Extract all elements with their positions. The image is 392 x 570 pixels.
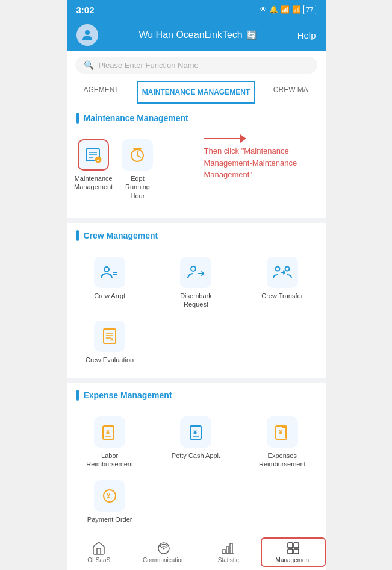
refresh-icon[interactable]: 🔄 (246, 30, 257, 40)
svg-rect-41 (230, 543, 232, 553)
crew-section-bar (76, 230, 79, 241)
olsaas-icon (92, 541, 106, 556)
maintenance-management-label: MaintenanceManagement (74, 174, 113, 192)
expense-section-header: Expense Management (67, 383, 326, 406)
svg-rect-23 (104, 329, 116, 343)
svg-point-14 (191, 266, 196, 271)
crew-section-header: Crew Management (67, 223, 326, 246)
petty-cash-label: Petty Cash Appl. (172, 451, 220, 460)
svg-text:¥: ¥ (106, 428, 110, 436)
crew-transfer-icon-box (267, 257, 298, 288)
petty-cash-icon-box: ¥ (180, 416, 211, 448)
svg-line-9 (137, 155, 140, 157)
olsaas-label: OLSaaS (87, 557, 110, 563)
tab-crew[interactable]: CREW MA (256, 80, 325, 105)
svg-text:¥: ¥ (107, 492, 111, 500)
svg-point-38 (163, 548, 164, 550)
expenses-reimbursement-icon-box: ¥ (267, 416, 298, 448)
crew-arrgt-label: Crew Arrgt (94, 292, 125, 300)
svg-point-11 (104, 267, 109, 272)
arrow-line (204, 138, 240, 139)
disembark-request-icon-box (180, 257, 211, 288)
avatar[interactable] (76, 24, 98, 46)
eqpt-running-hour-icon-box (122, 139, 153, 171)
svg-text:¥: ¥ (193, 428, 198, 436)
crew-evaluation-item[interactable]: Crew Evaluation (67, 315, 153, 370)
maintenance-section-header: Maintenance Management (67, 105, 326, 128)
svg-text:¥: ¥ (279, 428, 283, 436)
bottom-nav: OLSaaS Communication (67, 534, 326, 570)
divider-2 (67, 378, 326, 383)
management-label: Management (276, 557, 311, 563)
svg-rect-44 (294, 543, 299, 548)
crew-transfer-item[interactable]: Crew Transfer (239, 251, 325, 315)
disembark-request-label: DisembarkRequest (180, 292, 212, 309)
nav-statistic[interactable]: Statistic (196, 537, 261, 567)
nav-communication[interactable]: Communication (131, 537, 196, 567)
eqpt-running-hour-item[interactable]: Eqpt RunningHour (116, 133, 160, 206)
svg-rect-46 (294, 549, 299, 554)
svg-rect-43 (288, 543, 293, 548)
expense-icons-grid: ¥ LaborReimbursement ¥ Petty Cash Appl. (67, 406, 326, 537)
disembark-request-item[interactable]: DisembarkRequest (153, 251, 239, 315)
wifi-icon: 📶 (281, 5, 290, 14)
svg-rect-45 (288, 549, 293, 554)
crew-arrgt-item[interactable]: Crew Arrgt (67, 251, 153, 315)
maintenance-section-title: Maintenance Management (84, 113, 188, 123)
signal-icon: 📶 (292, 5, 301, 14)
search-icon: 🔍 (84, 60, 94, 70)
maintenance-management-icon-box: + (78, 139, 109, 171)
tab-maintenance[interactable]: MAINTENANCE MANAGEMENT (137, 81, 255, 104)
payment-order-item[interactable]: ¥ Payment Order (67, 474, 153, 530)
statistic-icon (221, 541, 235, 556)
crew-evaluation-label: Crew Evaluation (86, 355, 134, 364)
crew-icons-grid: Crew Arrgt DisembarkRequest (67, 246, 326, 378)
alarm-icon: 🔔 (269, 5, 278, 14)
crew-evaluation-icon-box (94, 321, 125, 352)
expense-section-title: Expense Management (84, 390, 172, 400)
app-title: Wu Han OceanLinkTech 🔄 (138, 30, 256, 40)
payment-order-icon-box: ¥ (94, 480, 125, 512)
eye-icon: 👁 (260, 5, 267, 14)
eqpt-running-hour-label: Eqpt RunningHour (119, 174, 156, 200)
section-bar (76, 113, 79, 124)
maintenance-annotation: Then click "MaintenanceManagement-Mainte… (204, 128, 321, 181)
nav-management[interactable]: Management (261, 537, 326, 567)
labor-reimbursement-icon-box: ¥ (94, 416, 125, 448)
tab-agement[interactable]: AGEMENT (67, 80, 136, 105)
petty-cash-item[interactable]: ¥ Petty Cash Appl. (153, 410, 239, 475)
communication-icon (157, 541, 171, 556)
status-icons: 👁 🔔 📶 📶 77 (260, 5, 316, 14)
arrow-head (240, 134, 246, 143)
nav-olsaas[interactable]: OLSaaS (67, 537, 132, 567)
svg-point-0 (85, 30, 90, 35)
crew-arrgt-icon-box (94, 257, 125, 288)
divider-1 (67, 218, 326, 223)
svg-point-19 (285, 266, 289, 271)
crew-transfer-label: Crew Transfer (261, 292, 303, 300)
svg-rect-40 (226, 547, 229, 553)
expenses-reimbursement-label: ExpensesReimbursement (259, 451, 306, 469)
labor-reimbursement-label: LaborReimbursement (86, 451, 133, 469)
maintenance-annotation-text: Then click "MaintenanceManagement-Mainte… (204, 145, 297, 181)
management-icon (286, 541, 300, 556)
maintenance-icons: + MaintenanceManagement (72, 128, 204, 213)
expense-section-bar (76, 390, 79, 401)
tabs-row: AGEMENT MAINTENANCE MANAGEMENT CREW MA (67, 80, 326, 105)
battery: 77 (303, 5, 316, 14)
maintenance-annot-area: + MaintenanceManagement (67, 128, 326, 218)
expenses-reimbursement-item[interactable]: ¥ ExpensesReimbursement (239, 410, 325, 475)
help-button[interactable]: Help (297, 30, 316, 40)
svg-rect-39 (223, 550, 225, 553)
maintenance-management-item[interactable]: + MaintenanceManagement (72, 133, 116, 206)
svg-point-18 (275, 266, 279, 271)
status-bar: 3:02 👁 🔔 📶 📶 77 (67, 0, 326, 19)
svg-text:+: + (97, 158, 100, 163)
payment-order-label: Payment Order (87, 515, 132, 524)
statistic-label: Statistic (218, 557, 239, 563)
search-placeholder: Please Enter Function Name (99, 61, 199, 70)
communication-label: Communication (143, 557, 184, 563)
labor-reimbursement-item[interactable]: ¥ LaborReimbursement (67, 410, 153, 475)
search-input-wrap[interactable]: 🔍 Please Enter Function Name (75, 57, 317, 74)
status-time: 3:02 (76, 5, 95, 15)
